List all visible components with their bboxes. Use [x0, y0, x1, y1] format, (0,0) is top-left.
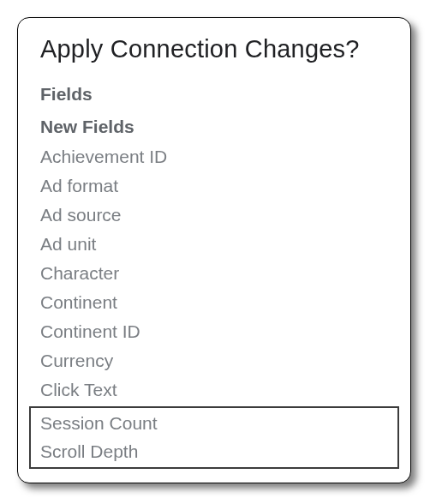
list-item: Continent: [40, 288, 388, 317]
list-item: Click Text: [40, 375, 388, 405]
new-fields-list: Achievement ID Ad format Ad source Ad un…: [40, 142, 388, 405]
dialog-title: Apply Connection Changes?: [40, 35, 388, 63]
list-item: Currency: [40, 346, 388, 375]
list-item: Ad format: [40, 171, 388, 201]
list-item: Achievement ID: [40, 142, 388, 171]
list-item: Continent ID: [40, 317, 388, 346]
list-item: Ad unit: [40, 230, 388, 259]
new-fields-heading: New Fields: [40, 117, 388, 137]
list-item: Scroll Depth: [40, 438, 388, 466]
highlighted-fields-list: Session Count Scroll Depth: [40, 410, 388, 465]
fields-heading: Fields: [40, 84, 388, 105]
apply-connection-changes-dialog: Apply Connection Changes? Fields New Fie…: [17, 17, 411, 483]
highlighted-fields-box: Session Count Scroll Depth: [29, 406, 399, 469]
list-item: Session Count: [40, 410, 388, 438]
list-item: Ad source: [40, 201, 388, 230]
list-item: Character: [40, 259, 388, 288]
